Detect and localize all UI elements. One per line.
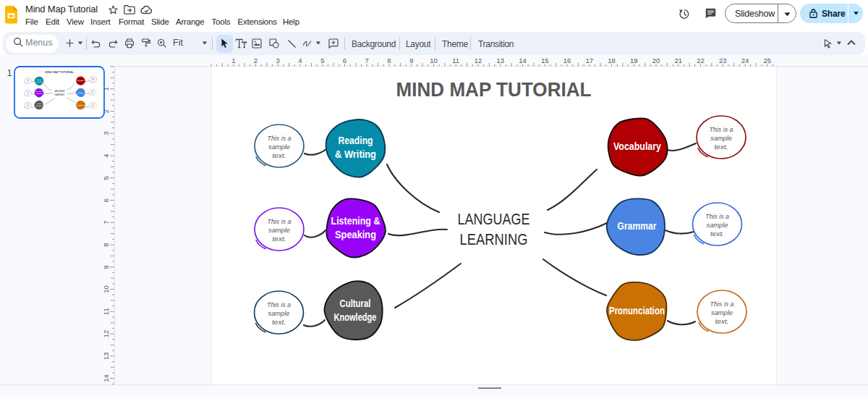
- svg-text:Knowledge: Knowledge: [36, 105, 43, 106]
- svg-text:1: 1: [231, 56, 235, 64]
- svg-text:This is a: This is a: [26, 104, 30, 104]
- svg-text:sample: sample: [707, 222, 728, 229]
- svg-text:23: 23: [719, 56, 727, 64]
- svg-text:Reading: Reading: [36, 79, 42, 80]
- svg-text:15: 15: [541, 56, 549, 64]
- svg-text:Cultural: Cultural: [340, 298, 371, 309]
- svg-text:3: 3: [102, 132, 110, 135]
- svg-text:LANGUAGE: LANGUAGE: [54, 90, 65, 93]
- svg-text:8: 8: [387, 56, 391, 64]
- svg-text:LEARNING: LEARNING: [54, 93, 64, 96]
- svg-text:13: 13: [497, 56, 505, 64]
- svg-text:sample: sample: [268, 143, 290, 151]
- svg-text:Reading: Reading: [339, 135, 373, 146]
- svg-text:4: 4: [102, 154, 110, 157]
- svg-text:This is a: This is a: [267, 301, 291, 308]
- svg-text:Listening &: Listening &: [35, 91, 43, 92]
- svg-text:sample: sample: [26, 93, 30, 93]
- svg-text:Cultural: Cultural: [37, 103, 42, 104]
- svg-text:LANGUAGE: LANGUAGE: [458, 210, 530, 228]
- svg-text:This is a: This is a: [705, 213, 729, 220]
- svg-text:This is a: This is a: [26, 79, 30, 80]
- svg-text:16: 16: [563, 56, 571, 64]
- svg-text:5: 5: [102, 176, 110, 180]
- svg-text:7: 7: [102, 221, 110, 224]
- svg-text:This is a: This is a: [710, 126, 733, 133]
- svg-text:18: 18: [608, 56, 616, 64]
- svg-text:14: 14: [519, 56, 527, 64]
- svg-text:sample: sample: [268, 310, 290, 317]
- svg-text:text.: text.: [715, 143, 728, 151]
- svg-text:text.: text.: [273, 235, 286, 243]
- svg-text:Pronunciation: Pronunciation: [77, 104, 85, 106]
- svg-text:2: 2: [254, 56, 258, 64]
- svg-text:4: 4: [298, 56, 302, 64]
- svg-text:17: 17: [586, 56, 594, 64]
- svg-text:sample: sample: [26, 80, 30, 81]
- svg-text:& Writing: & Writing: [36, 81, 43, 83]
- svg-text:text.: text.: [715, 318, 729, 325]
- svg-text:24: 24: [741, 56, 749, 64]
- svg-text:MIND MAP TUTORIAL: MIND MAP TUTORIAL: [396, 77, 592, 101]
- svg-text:1: 1: [7, 68, 12, 78]
- svg-text:3: 3: [276, 56, 280, 64]
- svg-text:10: 10: [430, 56, 438, 64]
- svg-text:6: 6: [102, 198, 110, 202]
- svg-text:12: 12: [102, 330, 110, 338]
- svg-text:Listening &: Listening &: [331, 215, 380, 227]
- svg-text:Speaking: Speaking: [36, 93, 43, 94]
- svg-text:Knowledge: Knowledge: [334, 311, 377, 323]
- svg-text:6: 6: [343, 56, 346, 64]
- svg-text:sample: sample: [26, 105, 30, 106]
- svg-text:9: 9: [102, 265, 110, 269]
- svg-text:Grammar: Grammar: [77, 92, 83, 93]
- svg-text:11: 11: [102, 308, 110, 315]
- svg-text:This is a: This is a: [91, 104, 95, 104]
- svg-text:sample: sample: [91, 92, 95, 93]
- svg-text:8: 8: [102, 243, 110, 246]
- svg-text:text.: text.: [273, 152, 286, 159]
- svg-text:14: 14: [102, 374, 110, 382]
- svg-text:This is a: This is a: [710, 301, 734, 308]
- svg-text:Speaking: Speaking: [335, 229, 376, 240]
- svg-text:This is a: This is a: [91, 78, 95, 79]
- svg-text:LEARNING: LEARNING: [460, 230, 528, 248]
- svg-text:text.: text.: [710, 230, 724, 238]
- svg-text:sample: sample: [92, 105, 95, 106]
- svg-text:5: 5: [320, 56, 324, 64]
- svg-text:21: 21: [675, 56, 683, 64]
- svg-text:12: 12: [475, 56, 482, 64]
- svg-text:11: 11: [452, 56, 459, 64]
- svg-text:text.: text.: [272, 319, 286, 326]
- svg-text:This is a: This is a: [268, 135, 292, 142]
- svg-text:Vocabulary: Vocabulary: [77, 80, 85, 81]
- svg-text:7: 7: [365, 56, 369, 64]
- svg-text:& Writing: & Writing: [335, 148, 376, 160]
- svg-text:10: 10: [102, 285, 110, 293]
- svg-text:sample: sample: [711, 309, 733, 316]
- svg-text:22: 22: [697, 56, 705, 64]
- svg-text:MIND MAP TUTORIAL: MIND MAP TUTORIAL: [45, 70, 74, 74]
- svg-text:13: 13: [102, 353, 110, 361]
- svg-text:This is a: This is a: [26, 91, 30, 92]
- svg-text:sample: sample: [268, 227, 290, 234]
- svg-text:Vocabulary: Vocabulary: [613, 140, 661, 152]
- svg-text:This is a: This is a: [268, 218, 292, 225]
- svg-text:sample: sample: [91, 79, 95, 80]
- svg-text:19: 19: [630, 56, 638, 64]
- svg-text:9: 9: [409, 56, 413, 64]
- svg-text:25: 25: [764, 56, 772, 64]
- svg-text:20: 20: [652, 56, 660, 64]
- svg-text:sample: sample: [710, 135, 732, 142]
- svg-text:This is a: This is a: [90, 91, 94, 91]
- svg-text:Grammar: Grammar: [618, 220, 657, 232]
- svg-text:Pronunciation: Pronunciation: [609, 305, 665, 316]
